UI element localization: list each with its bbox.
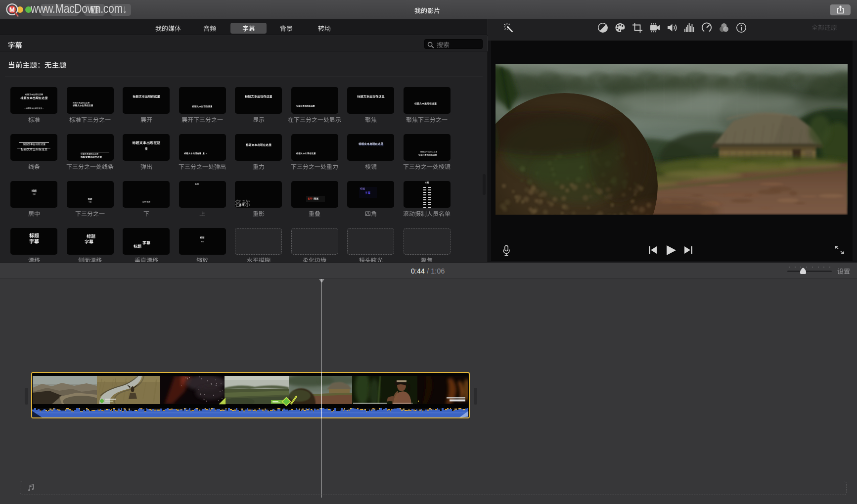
svg-text:M: M <box>9 6 15 13</box>
